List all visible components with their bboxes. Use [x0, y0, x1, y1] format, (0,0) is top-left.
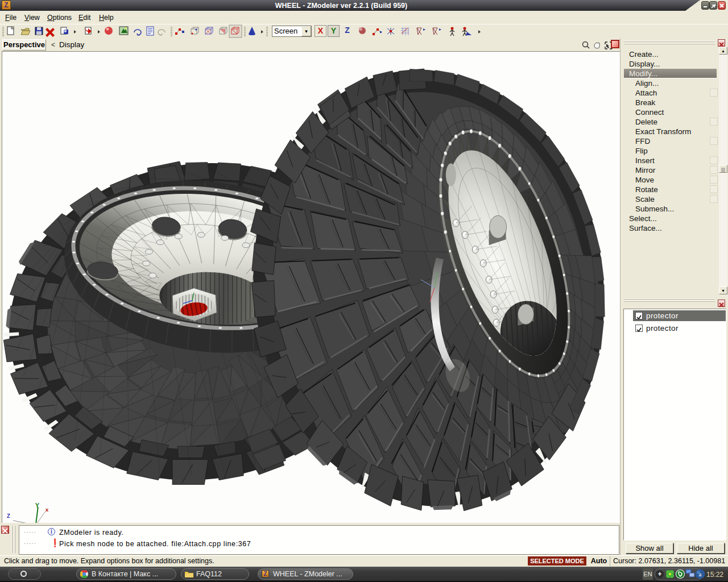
svg-text:a: a [699, 571, 702, 577]
svg-text:Y: Y [35, 502, 40, 509]
svg-text:z: z [7, 512, 10, 519]
svg-text:x: x [46, 506, 49, 513]
